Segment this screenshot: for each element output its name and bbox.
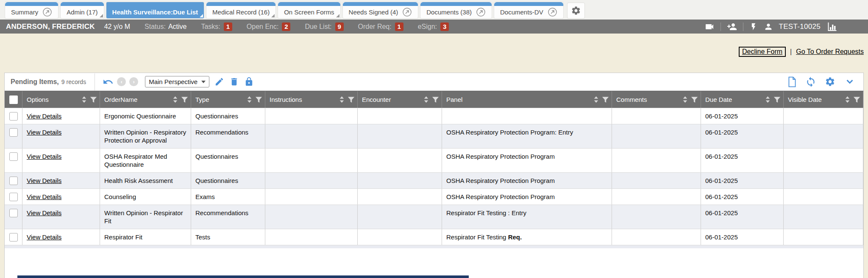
sort-icon[interactable] bbox=[81, 96, 87, 103]
column-header-due-date[interactable]: Due Date bbox=[701, 91, 784, 108]
badge-due-list[interactable]: 9 bbox=[335, 22, 344, 31]
sort-icon[interactable] bbox=[765, 96, 771, 103]
cell-ordername: Written Opinion - Respiratory Protection… bbox=[100, 124, 191, 148]
filter-icon[interactable] bbox=[90, 96, 97, 103]
tab-summary[interactable]: Summary bbox=[5, 2, 58, 18]
cell-due-date: 06-01-2025 bbox=[701, 229, 784, 245]
divider bbox=[95, 73, 95, 90]
column-header-type[interactable]: Type bbox=[191, 91, 265, 108]
column-header-ordername[interactable]: OrderName bbox=[100, 91, 191, 108]
tab-documents-dv[interactable]: Documents-DV bbox=[494, 2, 563, 18]
view-details-link[interactable]: View Details bbox=[27, 153, 61, 160]
view-details-link[interactable]: View Details bbox=[27, 233, 61, 241]
cell-visible-date bbox=[784, 189, 863, 205]
divider bbox=[743, 22, 743, 31]
row-checkbox[interactable] bbox=[9, 209, 18, 217]
trash-icon[interactable] bbox=[229, 77, 239, 87]
lock-icon[interactable] bbox=[244, 77, 254, 87]
popout-icon[interactable] bbox=[402, 7, 412, 17]
select-all-cell bbox=[5, 91, 22, 108]
row-checkbox[interactable] bbox=[9, 177, 18, 185]
tab-label: Needs Signed (4) bbox=[349, 8, 398, 16]
cell-comments bbox=[612, 229, 701, 245]
column-header-instructions[interactable]: Instructions bbox=[265, 91, 358, 108]
tab-health-surveillance-due-list[interactable]: Health Surveillance:Due List bbox=[106, 2, 204, 18]
view-details-link[interactable]: View Details bbox=[27, 129, 61, 136]
row-checkbox[interactable] bbox=[9, 128, 18, 137]
sort-icon[interactable] bbox=[682, 96, 688, 103]
view-details-link[interactable]: View Details bbox=[27, 112, 61, 120]
refresh-icon[interactable] bbox=[805, 76, 816, 87]
tab-documents-38[interactable]: Documents (38) bbox=[420, 2, 492, 18]
column-label: OrderName bbox=[104, 96, 137, 103]
gear-icon[interactable] bbox=[825, 76, 835, 87]
select-all-checkbox[interactable] bbox=[9, 95, 18, 104]
badge-order-req[interactable]: 1 bbox=[395, 22, 403, 31]
sort-icon[interactable] bbox=[423, 96, 429, 103]
filter-icon[interactable] bbox=[181, 96, 188, 103]
tab-settings-button[interactable] bbox=[568, 3, 584, 18]
filter-icon[interactable] bbox=[853, 96, 860, 103]
undo-icon[interactable] bbox=[103, 76, 114, 87]
lightning-icon[interactable] bbox=[749, 22, 758, 31]
cell-comments bbox=[612, 108, 701, 124]
decline-form-link[interactable]: Decline Form bbox=[742, 48, 782, 55]
tab-medical-record-16[interactable]: Medical Record (16) bbox=[206, 2, 275, 18]
table-row: View DetailsWritten Opinion - Respirator… bbox=[5, 205, 863, 229]
row-checkbox[interactable] bbox=[9, 112, 18, 121]
nav-forward-icon[interactable]: › bbox=[129, 77, 138, 86]
column-header-visible-date[interactable]: Visible Date bbox=[784, 91, 863, 108]
sort-icon[interactable] bbox=[593, 96, 599, 103]
header-icons bbox=[339, 96, 355, 103]
cell-type: Questionnaires bbox=[191, 173, 265, 188]
nav-back-icon[interactable]: ‹ bbox=[117, 77, 126, 86]
partial-next-row bbox=[5, 245, 863, 248]
view-details-link[interactable]: View Details bbox=[27, 193, 61, 200]
badge-open-enc[interactable]: 2 bbox=[282, 22, 290, 31]
cell-encounter bbox=[358, 108, 442, 124]
collapse-chevron-icon[interactable] bbox=[844, 76, 856, 88]
filter-icon[interactable] bbox=[602, 96, 609, 103]
decline-form-button[interactable]: Decline Form bbox=[739, 47, 786, 57]
video-camera-icon[interactable] bbox=[704, 22, 715, 32]
table-row: View DetailsCounselingExamsOSHA Respirat… bbox=[5, 188, 863, 205]
person-icon[interactable] bbox=[764, 22, 773, 31]
cell-due-date: 06-01-2025 bbox=[701, 189, 784, 205]
sort-icon[interactable] bbox=[172, 96, 178, 103]
tab-on-screen-forms[interactable]: On Screen Forms bbox=[278, 2, 340, 18]
popout-icon[interactable] bbox=[42, 7, 52, 17]
popout-icon[interactable] bbox=[476, 7, 486, 17]
filter-icon[interactable] bbox=[255, 96, 262, 103]
horizontal-scrollbar-thumb[interactable] bbox=[17, 275, 469, 278]
row-checkbox[interactable] bbox=[9, 233, 18, 241]
action-links: Decline Form | Go To Order Requests bbox=[739, 47, 864, 57]
row-checkbox[interactable] bbox=[9, 152, 18, 161]
bar-chart-icon[interactable] bbox=[826, 22, 837, 32]
sort-icon[interactable] bbox=[845, 96, 850, 103]
new-document-icon[interactable] bbox=[787, 76, 797, 87]
sort-icon[interactable] bbox=[339, 96, 345, 103]
row-checkbox[interactable] bbox=[9, 193, 18, 201]
view-details-link[interactable]: View Details bbox=[27, 209, 61, 216]
badge-esign[interactable]: 3 bbox=[440, 22, 449, 31]
popout-icon[interactable] bbox=[548, 7, 557, 17]
cell-ordername: Ergonomic Questionnaire bbox=[100, 108, 191, 124]
column-header-comments[interactable]: Comments bbox=[612, 91, 701, 108]
filter-icon[interactable] bbox=[691, 96, 698, 103]
perspective-select[interactable]: Main Perspective bbox=[145, 76, 209, 87]
pencil-icon[interactable] bbox=[214, 77, 224, 87]
view-details-link[interactable]: View Details bbox=[27, 177, 61, 184]
banner-stat-esign: eSign:3 bbox=[403, 22, 449, 31]
person-add-icon[interactable] bbox=[727, 22, 737, 32]
column-header-panel[interactable]: Panel bbox=[442, 91, 612, 108]
go-to-order-requests-link[interactable]: Go To Order Requests bbox=[796, 48, 864, 56]
filter-icon[interactable] bbox=[773, 96, 781, 103]
badge-tasks[interactable]: 1 bbox=[224, 22, 232, 31]
filter-icon[interactable] bbox=[348, 96, 355, 103]
tab-needs-signed-4[interactable]: Needs Signed (4) bbox=[343, 2, 418, 18]
filter-icon[interactable] bbox=[432, 96, 439, 103]
column-header-options[interactable]: Options bbox=[22, 91, 100, 108]
tab-admin-17[interactable]: Admin (17) bbox=[61, 2, 103, 18]
column-header-encounter[interactable]: Encounter bbox=[358, 91, 442, 108]
sort-icon[interactable] bbox=[247, 96, 252, 103]
